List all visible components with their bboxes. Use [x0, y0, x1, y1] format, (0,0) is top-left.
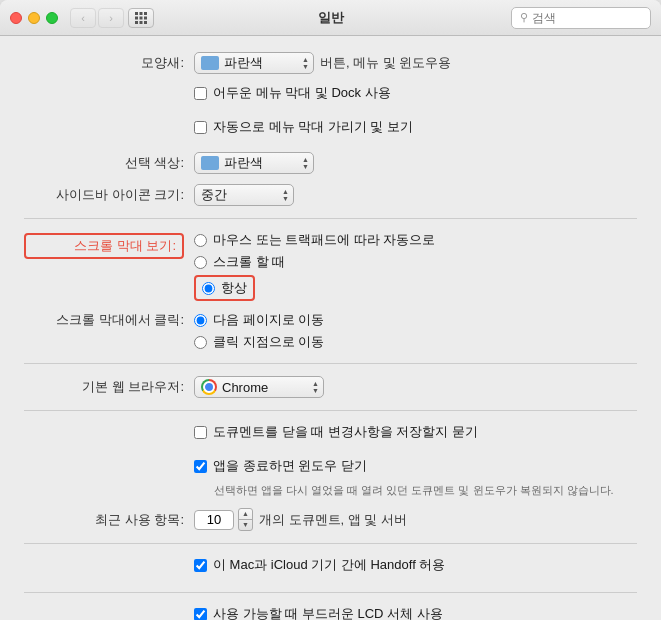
lcd-row: 사용 가능할 때 부드러운 LCD 서체 사용 [194, 605, 637, 620]
scrollbar-always-radio[interactable] [202, 282, 215, 295]
svg-rect-2 [144, 12, 147, 15]
minimize-button[interactable] [28, 12, 40, 24]
all-prefs-button[interactable] [128, 8, 154, 28]
handoff-checkbox-row: 이 Mac과 iCloud 기기 간에 Handoff 허용 [194, 556, 445, 574]
close-windows-sub-label: 선택하면 앱을 다시 열었을 때 열려 있던 도큐멘트 및 윈도우가 복원되지 … [214, 483, 614, 498]
titlebar: ‹ › 일반 ⚲ [0, 0, 661, 36]
stepper-down-icon[interactable]: ▼ [239, 520, 252, 530]
close-windows-label[interactable]: 앱을 종료하면 윈도우 닫기 [213, 457, 367, 475]
search-icon: ⚲ [520, 11, 528, 24]
sidebar-icon-control: 중간 ▲ ▼ [194, 184, 294, 206]
sidebar-arrows: ▲ ▼ [282, 188, 289, 202]
appearance-value: 파란색 [224, 54, 298, 72]
scrollbar-auto-row: 마우스 또는 트랙패드에 따라 자동으로 [194, 231, 435, 249]
svg-rect-1 [140, 12, 143, 15]
preferences-window: ‹ › 일반 ⚲ 모양새: [0, 0, 661, 620]
search-box[interactable]: ⚲ [511, 7, 651, 29]
close-button[interactable] [10, 12, 22, 24]
search-input[interactable] [532, 11, 642, 25]
scrollbar-auto-label[interactable]: 마우스 또는 트랙패드에 따라 자동으로 [213, 231, 435, 249]
scrollbar-always-label[interactable]: 항상 [221, 279, 247, 297]
lcd-label[interactable]: 사용 가능할 때 부드러운 LCD 서체 사용 [213, 605, 443, 620]
appearance-select[interactable]: 파란색 ▲ ▼ [194, 52, 314, 74]
svg-rect-3 [135, 16, 138, 19]
browser-value: Chrome [222, 380, 303, 395]
sidebar-icon-value: 중간 [201, 186, 278, 204]
scrollbar-show-row: 스크롤 막대 보기: 마우스 또는 트랙패드에 따라 자동으로 스크롤 할 때 … [24, 231, 637, 301]
click-spot-radio[interactable] [194, 336, 207, 349]
scrollbar-scroll-radio[interactable] [194, 256, 207, 269]
arrow-up-icon: ▲ [302, 56, 309, 63]
maximize-button[interactable] [46, 12, 58, 24]
highlight-color-label: 선택 색상: [24, 154, 184, 172]
recent-items-input[interactable] [194, 510, 234, 530]
handoff-row: 이 Mac과 iCloud 기기 간에 Handoff 허용 [194, 556, 637, 580]
click-spot-label[interactable]: 클릭 지점으로 이동 [213, 333, 324, 351]
close-windows-row: 앱을 종료하면 윈도우 닫기 선택하면 앱을 다시 열었을 때 열려 있던 도큐… [194, 457, 637, 498]
arrow-down-icon: ▼ [312, 387, 319, 394]
default-browser-label: 기본 웹 브라우저: [24, 378, 184, 396]
auto-menu-row: 자동으로 메뉴 막대 가리기 및 보기 [194, 118, 637, 142]
recent-items-control: ▲ ▼ 개의 도큐멘트, 앱 및 서버 [194, 508, 407, 531]
auto-menu-checkbox[interactable] [194, 121, 207, 134]
back-button[interactable]: ‹ [70, 8, 96, 28]
close-docs-row: 도큐멘트를 닫을 때 변경사항을 저장할지 묻기 [194, 423, 637, 447]
chrome-icon [201, 379, 217, 395]
svg-rect-6 [135, 21, 138, 24]
svg-rect-5 [144, 16, 147, 19]
appearance-suffix: 버튼, 메뉴 및 윈도우용 [320, 54, 451, 72]
forward-button[interactable]: › [98, 8, 124, 28]
window-title: 일반 [318, 9, 344, 27]
content-area: 모양새: 파란색 ▲ ▼ 버튼, 메뉴 및 윈도우용 어두운 메뉴 막대 및 D… [0, 36, 661, 620]
default-browser-control: Chrome ▲ ▼ [194, 376, 324, 398]
handoff-checkbox[interactable] [194, 559, 207, 572]
dark-menu-label[interactable]: 어두운 메뉴 막대 및 Dock 사용 [213, 84, 391, 102]
close-windows-checkbox-row: 앱을 종료하면 윈도우 닫기 [194, 457, 614, 475]
browser-arrows: ▲ ▼ [312, 380, 319, 394]
sidebar-icon-select[interactable]: 중간 ▲ ▼ [194, 184, 294, 206]
nav-buttons: ‹ › [70, 8, 124, 28]
scrollbar-show-radio-group: 마우스 또는 트랙패드에 따라 자동으로 스크롤 할 때 항상 [194, 231, 435, 301]
arrow-down-icon: ▼ [302, 163, 309, 170]
next-page-row: 다음 페이지로 이동 [194, 311, 324, 329]
scrollbar-scroll-label[interactable]: 스크롤 할 때 [213, 253, 285, 271]
scrollbar-scroll-row: 스크롤 할 때 [194, 253, 435, 271]
next-page-label[interactable]: 다음 페이지로 이동 [213, 311, 324, 329]
recent-items-stepper: ▲ ▼ [194, 508, 253, 531]
dark-menu-checkbox[interactable] [194, 87, 207, 100]
stepper-up-icon[interactable]: ▲ [239, 509, 252, 520]
scrollbar-auto-radio[interactable] [194, 234, 207, 247]
separator-3 [24, 410, 637, 411]
browser-select[interactable]: Chrome ▲ ▼ [194, 376, 324, 398]
lcd-checkbox[interactable] [194, 608, 207, 621]
handoff-label[interactable]: 이 Mac과 iCloud 기기 간에 Handoff 허용 [213, 556, 445, 574]
appearance-control: 파란색 ▲ ▼ 버튼, 메뉴 및 윈도우용 [194, 52, 451, 74]
highlight-color-select[interactable]: 파란색 ▲ ▼ [194, 152, 314, 174]
arrow-up-icon: ▲ [312, 380, 319, 387]
auto-menu-label[interactable]: 자동으로 메뉴 막대 가리기 및 보기 [213, 118, 413, 136]
auto-menu-checkbox-row: 자동으로 메뉴 막대 가리기 및 보기 [194, 118, 413, 136]
recent-items-row: 최근 사용 항목: ▲ ▼ 개의 도큐멘트, 앱 및 서버 [24, 508, 637, 531]
lcd-checkbox-row: 사용 가능할 때 부드러운 LCD 서체 사용 [194, 605, 443, 620]
close-windows-checkbox[interactable] [194, 460, 207, 473]
svg-rect-7 [140, 21, 143, 24]
sidebar-icon-label: 사이드바 아이콘 크기: [24, 186, 184, 204]
svg-rect-4 [140, 16, 143, 19]
default-browser-row: 기본 웹 브라우저: Chrome ▲ ▼ [24, 376, 637, 398]
close-docs-label[interactable]: 도큐멘트를 닫을 때 변경사항을 저장할지 묻기 [213, 423, 478, 441]
traffic-lights [10, 12, 58, 24]
svg-rect-0 [135, 12, 138, 15]
highlight-color-row: 선택 색상: 파란색 ▲ ▼ [24, 152, 637, 174]
color-swatch [201, 56, 219, 70]
scrollbar-click-row: 스크롤 막대에서 클릭: 다음 페이지로 이동 클릭 지점으로 이동 [24, 311, 637, 351]
scrollbar-always-highlighted: 항상 [194, 275, 255, 301]
close-docs-checkbox[interactable] [194, 426, 207, 439]
appearance-row: 모양새: 파란색 ▲ ▼ 버튼, 메뉴 및 윈도우용 [24, 52, 637, 74]
stepper-arrows: ▲ ▼ [238, 508, 253, 531]
appearance-label: 모양새: [24, 54, 184, 72]
separator-2 [24, 363, 637, 364]
highlight-color-control: 파란색 ▲ ▼ [194, 152, 314, 174]
recent-items-label: 최근 사용 항목: [24, 511, 184, 529]
recent-items-suffix: 개의 도큐멘트, 앱 및 서버 [259, 511, 407, 529]
next-page-radio[interactable] [194, 314, 207, 327]
